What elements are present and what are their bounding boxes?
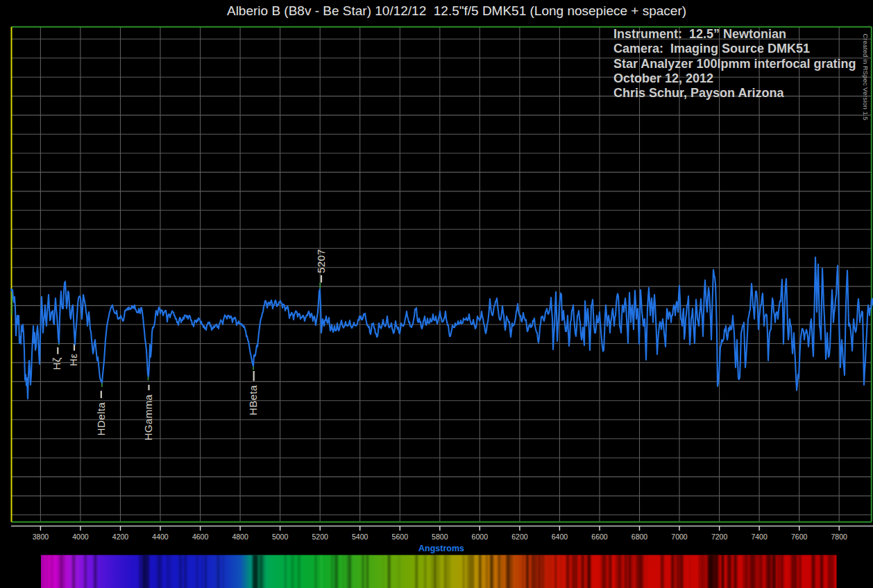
svg-text:Camera: Imaging Source DMK51: Camera: Imaging Source DMK51 [613, 42, 810, 55]
svg-text:Hζ: Hζ [51, 357, 62, 370]
svg-text:4600: 4600 [192, 533, 209, 541]
svg-text:6600: 6600 [591, 533, 608, 541]
svg-text:Instrument: 12.5” Newtonian: Instrument: 12.5” Newtonian [613, 27, 786, 41]
svg-text:7400: 7400 [751, 533, 768, 541]
svg-text:HBeta: HBeta [247, 385, 259, 415]
svg-text:5600: 5600 [392, 533, 409, 541]
svg-text:Angstroms: Angstroms [418, 544, 464, 553]
svg-text:6000: 6000 [472, 533, 489, 541]
svg-text:5000: 5000 [272, 533, 289, 541]
svg-text:4400: 4400 [152, 533, 169, 541]
svg-text:Hε: Hε [67, 354, 79, 366]
svg-text:5207: 5207 [315, 249, 327, 273]
svg-text:5200: 5200 [312, 533, 329, 541]
svg-text:October 12, 2012: October 12, 2012 [613, 71, 713, 85]
svg-text:Star Analyzer 100lpmm interfoc: Star Analyzer 100lpmm interfocal grating [613, 57, 856, 71]
svg-text:5800: 5800 [432, 533, 448, 541]
svg-text:HGamma: HGamma [142, 394, 154, 440]
svg-text:Alberio B (B8v - Be Star) 10/1: Alberio B (B8v - Be Star) 10/12/12 12.5"… [227, 3, 686, 18]
svg-text:6800: 6800 [632, 533, 648, 541]
svg-text:5400: 5400 [352, 533, 368, 541]
svg-text:4000: 4000 [72, 533, 89, 541]
svg-text:7200: 7200 [711, 533, 728, 541]
svg-text:4200: 4200 [112, 533, 129, 541]
svg-text:6200: 6200 [511, 533, 528, 541]
svg-text:3800: 3800 [33, 533, 49, 541]
svg-text:6400: 6400 [552, 533, 568, 541]
svg-text:7600: 7600 [791, 533, 808, 541]
svg-text:4800: 4800 [232, 533, 248, 541]
svg-text:Chris Schur, Payson Arizona: Chris Schur, Payson Arizona [613, 86, 784, 100]
svg-text:7800: 7800 [831, 533, 848, 541]
svg-text:HDelta: HDelta [95, 402, 107, 436]
svg-text:Created in RSpec Version 1.5: Created in RSpec Version 1.5 [862, 34, 870, 121]
svg-text:7000: 7000 [671, 533, 688, 541]
